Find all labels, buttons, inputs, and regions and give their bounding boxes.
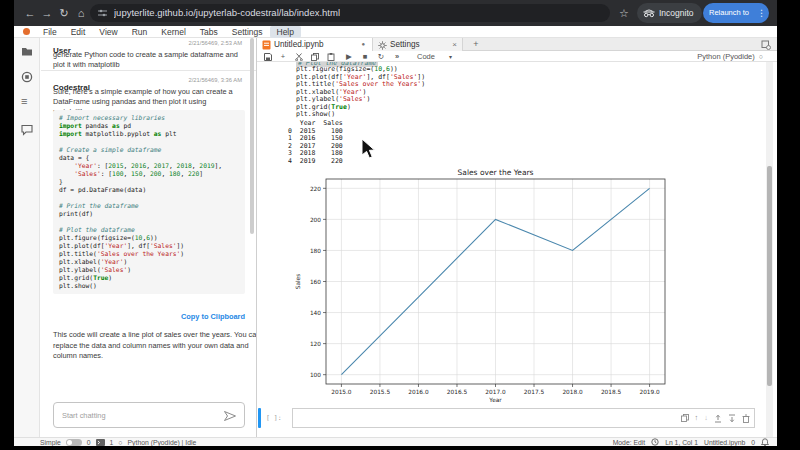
- assistant-outro-text: This code will create a line plot of sal…: [53, 330, 239, 362]
- paste-icon[interactable]: [327, 53, 335, 61]
- stop-kernel-icon[interactable]: ■: [359, 51, 371, 62]
- notifications-count: 0: [751, 439, 755, 446]
- close-tab-icon[interactable]: ×: [452, 38, 457, 51]
- menu-item-edit[interactable]: Edit: [64, 26, 93, 38]
- url-text: jupyterlite.github.io/jupyterlab-codestr…: [114, 4, 340, 22]
- message-timestamp: 2/21/56469, 3:36 AM: [188, 77, 242, 83]
- code-line: plt.show(): [296, 111, 425, 119]
- insert-cell-above-icon[interactable]: [714, 414, 722, 423]
- forward-icon[interactable]: →: [39, 0, 55, 26]
- svg-text:220: 220: [310, 186, 321, 192]
- menu-item-run[interactable]: Run: [125, 26, 155, 38]
- reload-icon[interactable]: ↻: [56, 0, 72, 26]
- code-line: print(df): [59, 210, 245, 218]
- menu-item-tabs[interactable]: Tabs: [193, 26, 225, 38]
- browser-chrome: ← → ↻ ⌂ jupyterlite.github.io/jupyterlab…: [14, 0, 777, 26]
- code-line: plt.xlabel('Year'): [59, 258, 245, 266]
- copy-icon[interactable]: [311, 53, 319, 61]
- scrollbar-thumb[interactable]: [767, 166, 772, 386]
- restart-kernel-icon[interactable]: ↻: [375, 51, 387, 62]
- kernel-name: Python (Pyodide): [697, 52, 755, 61]
- delete-cell-icon[interactable]: [742, 414, 750, 423]
- add-cell-icon[interactable]: +: [277, 51, 289, 62]
- new-tab-icon[interactable]: +: [469, 38, 483, 51]
- unsaved-dot-icon[interactable]: ●: [361, 38, 365, 51]
- cursor-position[interactable]: Ln 1, Col 1: [665, 439, 698, 446]
- tab-options-icon[interactable]: [761, 40, 771, 50]
- running-kernels-icon[interactable]: [21, 71, 33, 83]
- terminal-icon[interactable]: [96, 439, 105, 446]
- kernels-icon[interactable]: ○: [118, 439, 122, 446]
- code-line: plt.title('Sales over the Years'): [59, 250, 245, 258]
- chat-scrollbar[interactable]: [250, 38, 254, 234]
- back-icon[interactable]: ←: [22, 0, 38, 26]
- chat-input[interactable]: [62, 403, 212, 427]
- statusbar-filename: Untitled.ipynb: [704, 439, 745, 446]
- simple-mode-toggle[interactable]: [66, 439, 82, 446]
- notebook-toolbar: + ▶ ■ ↻: [257, 51, 777, 62]
- browser-menu-icon[interactable]: ⋮: [757, 3, 766, 23]
- kernel-name-button[interactable]: Python (Pyodide)○: [697, 51, 763, 62]
- gear-icon: [378, 41, 387, 50]
- code-line: # Print the dataframe: [59, 202, 245, 210]
- kernel-status-text[interactable]: Python (Pyodide) | Idle: [128, 439, 197, 446]
- code-line: import pandas as pd: [59, 122, 245, 130]
- url-bar[interactable]: jupyterlite.github.io/jupyterlab-codestr…: [90, 4, 610, 22]
- notebook-file-icon: [262, 40, 271, 50]
- code-line: [59, 194, 245, 202]
- bookmark-star-icon[interactable]: ☆: [616, 0, 632, 26]
- matplotlib-figure: 2015.02015.52016.02016.52017.02017.52018…: [278, 167, 763, 405]
- file-browser-icon[interactable]: [21, 46, 33, 57]
- svg-text:2019.0: 2019.0: [639, 389, 660, 395]
- tab-untitled-ipynb[interactable]: Untitled.ipynb ●: [257, 38, 373, 51]
- bell-icon[interactable]: [761, 438, 769, 447]
- code-line: plt.show(): [59, 282, 245, 290]
- code-line: 'Year': [2015, 2016, 2017, 2018, 2019],: [59, 162, 245, 170]
- message-timestamp: 2/21/56469, 2:53 AM: [188, 40, 242, 46]
- svg-text:2015.0: 2015.0: [331, 389, 352, 395]
- code-cell-editor[interactable]: plt.figure(figsize=(10,6))plt.plot(df['Y…: [296, 66, 425, 119]
- svg-text:2015.5: 2015.5: [370, 389, 391, 395]
- main-area: ≡ User 2/21/56469, 2:53 AM generate Pyth…: [14, 38, 777, 437]
- save-icon[interactable]: [264, 53, 272, 61]
- mode-indicator[interactable]: Mode: Edit: [613, 439, 646, 446]
- run-cell-icon[interactable]: ▶: [343, 51, 355, 62]
- cell-input[interactable]: ↑ ↓: [292, 408, 755, 428]
- insert-cell-below-icon[interactable]: [728, 414, 736, 423]
- code-line: plt.figure(figsize=(10,6)): [59, 234, 245, 242]
- statusbar-left: Simple 0 1 ○ Python (Pyodide) | Idle: [40, 438, 196, 446]
- user-message-header: User 2/21/56469, 2:53 AM: [53, 39, 242, 49]
- menu-item-view[interactable]: View: [92, 26, 124, 38]
- code-line: # Plot the dataframe: [59, 226, 245, 234]
- message-divider: [41, 70, 256, 71]
- kernels-count: 1: [110, 439, 114, 446]
- notebook-scrollbar[interactable]: [766, 62, 773, 437]
- menu-item-help[interactable]: Help: [270, 26, 301, 38]
- copy-to-clipboard-button[interactable]: Copy to Clipboard: [181, 312, 245, 321]
- notebook-content[interactable]: # Plot the dataframe plt.figure(figsize=…: [257, 62, 777, 437]
- cut-icon[interactable]: [295, 53, 303, 61]
- site-info-icon[interactable]: [97, 8, 108, 18]
- tab-settings[interactable]: Settings ×: [373, 38, 463, 51]
- table-of-contents-icon[interactable]: ≡: [21, 95, 27, 107]
- svg-text:2016.5: 2016.5: [447, 389, 468, 395]
- active-cell-indicator: [258, 408, 261, 428]
- terminals-count: 0: [87, 439, 91, 446]
- chat-panel-icon[interactable]: [21, 124, 33, 136]
- svg-text:200: 200: [310, 217, 321, 223]
- relaunch-to-update-button[interactable]: Relaunch to update ⋮: [703, 3, 769, 23]
- code-line: 'Sales': [100, 150, 200, 180, 220]: [59, 170, 245, 178]
- empty-code-cell: [ ]: ↑ ↓: [257, 408, 777, 430]
- run-all-icon[interactable]: »: [391, 51, 403, 62]
- menu-item-kernel[interactable]: Kernel: [154, 26, 193, 38]
- home-icon[interactable]: ⌂: [73, 0, 89, 26]
- mouse-cursor: [361, 138, 377, 160]
- menu-item-settings[interactable]: Settings: [225, 26, 270, 38]
- move-cell-up-icon[interactable]: ↑: [695, 411, 699, 425]
- chevron-down-icon: ▾: [449, 54, 452, 60]
- browser-window: ← → ↻ ⌂ jupyterlite.github.io/jupyterlab…: [14, 0, 777, 446]
- duplicate-cell-icon[interactable]: [681, 414, 689, 422]
- send-icon[interactable]: [223, 410, 237, 422]
- move-cell-down-icon[interactable]: ↓: [704, 411, 708, 425]
- menu-item-file[interactable]: File: [36, 26, 64, 38]
